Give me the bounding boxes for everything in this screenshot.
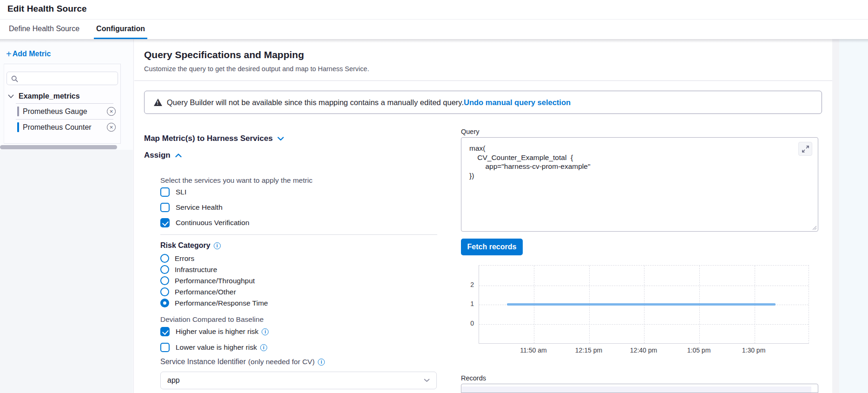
radio-label: Infrastructure [175,266,217,274]
divider [134,80,832,81]
checkbox-label: Continuous Verification [176,219,250,227]
query-text[interactable]: max( CV_Counter_Example_total { app="har… [469,144,590,180]
remove-metric-icon[interactable]: × [107,107,116,116]
y-axis-tick: 0 [465,320,474,327]
checkbox-label: SLI [176,188,186,196]
fullscreen-icon [802,146,809,153]
service-instance-suffix: (only needed for CV) [248,358,315,366]
checkbox-label: Service Health [176,203,223,212]
chevron-down-icon [424,379,430,382]
checkbox-row-sli[interactable]: SLI [160,187,186,197]
radio-performance-throughput[interactable] [160,276,169,285]
fetch-records-button[interactable]: Fetch records [461,239,523,255]
x-axis-tick: 1:05 pm [678,346,720,354]
resize-handle[interactable] [812,225,817,230]
undo-manual-query-link[interactable]: Undo manual query selection [464,98,571,107]
metric-selected-bar [17,107,19,116]
select-services-label: Select the services you want to apply th… [160,176,312,185]
radio-row-infrastructure[interactable]: Infrastructure [160,265,217,274]
remove-metric-icon[interactable]: × [107,123,116,132]
warning-text: Query Builder will not be available sinc… [167,98,464,107]
select-value: app [167,376,424,385]
y-axis-tick: 2 [465,281,474,288]
chevron-down-icon [8,94,14,99]
records-label: Records [461,374,486,382]
radio-errors[interactable] [160,254,169,263]
checkbox-sli[interactable] [160,187,170,197]
radio-label: Performance/Response Time [175,299,268,307]
metrics-sidebar: + Add Metric Example_metrics Promet [0,39,134,393]
x-axis-tick: 12:40 pm [623,346,664,354]
radio-row-performance-throughput[interactable]: Performance/Throughput [160,276,255,285]
metric-item-prometheus-counter[interactable]: Prometheus Counter × [17,120,116,135]
radio-performance-response-time[interactable] [160,299,169,307]
radio-label: Performance/Other [175,288,236,296]
search-input[interactable] [21,73,114,84]
metric-item-label: Prometheus Gauge [23,107,107,116]
service-instance-text: Service Instance Identifier [160,358,246,366]
radio-row-performance-response-time[interactable]: Performance/Response Time [160,299,268,307]
title-bar: Edit Health Source [0,0,868,20]
warning-icon: ! [154,99,162,106]
checkbox-label: Higher value is higher risk [176,327,258,336]
page-background [839,39,868,393]
y-axis-tick: 1 [465,300,474,307]
radio-label: Performance/Throughput [175,277,255,285]
page-root: Edit Health Source Define Health Source … [0,0,868,393]
radio-label: Errors [175,254,194,263]
radio-row-errors[interactable]: Errors [160,254,194,263]
radio-performance-other[interactable] [160,287,169,296]
risk-category-text: Risk Category [160,241,210,250]
checkbox-row-higher-value[interactable]: Higher value is higher risk i [160,327,269,336]
metric-search [7,72,118,85]
radio-infrastructure[interactable] [160,265,169,274]
page-title: Edit Health Source [7,4,87,14]
expand-query-button[interactable] [798,142,812,156]
checkbox-row-service-health[interactable]: Service Health [160,203,223,212]
info-icon[interactable]: i [318,359,325,366]
checkbox-higher-value[interactable] [160,327,170,336]
assign-label: Assign [144,151,171,160]
sidebar-lower-area [0,150,133,393]
divider [160,234,437,235]
checkbox-continuous-verification[interactable] [160,218,170,227]
x-axis-tick: 12:15 pm [568,346,610,354]
records-container [461,384,818,393]
records-chart [479,265,809,344]
deviation-label: Deviation Compared to Baseline [160,315,263,324]
horizontal-scrollbar[interactable] [0,145,117,149]
info-icon[interactable]: i [262,328,269,335]
query-editor[interactable]: max( CV_Counter_Example_total { app="har… [461,137,818,232]
checkbox-lower-value[interactable] [160,343,170,352]
checkbox-row-continuous-verification[interactable]: Continuous Verification [160,218,250,227]
service-instance-select[interactable]: app [160,372,437,389]
section-subheading: Customize the query to get the desired o… [144,65,369,73]
x-axis-tick: 1:30 pm [733,346,775,354]
info-icon[interactable]: i [260,344,267,351]
metric-item-label: Prometheus Counter [23,123,107,132]
add-metric-label: Add Metric [13,50,51,58]
radio-row-performance-other[interactable]: Performance/Other [160,287,236,296]
vertical-scrollbar-track [832,39,839,393]
checkbox-service-health[interactable] [160,203,170,212]
add-metric-button[interactable]: + Add Metric [6,50,51,58]
warning-banner: ! Query Builder will not be available si… [144,91,822,114]
tab-define-health-source[interactable]: Define Health Source [7,20,82,39]
tab-bar: Define Health Source Configuration [0,20,868,39]
chevron-up-icon [175,153,182,158]
metric-list-panel: Example_metrics Prometheus Gauge × Prome… [4,64,121,144]
assign-toggle[interactable]: Assign [144,151,182,160]
checkbox-row-lower-value[interactable]: Lower value is higher risk i [160,343,267,352]
metric-item-prometheus-gauge[interactable]: Prometheus Gauge × [17,104,116,119]
tab-configuration[interactable]: Configuration [94,20,147,39]
map-metrics-toggle[interactable]: Map Metric(s) to Harness Services [144,134,284,143]
risk-category-label: Risk Category i [160,241,221,250]
info-icon[interactable]: i [214,242,221,249]
search-icon [11,75,18,82]
service-instance-label: Service Instance Identifier (only needed… [160,358,325,366]
metric-group-label: Example_metrics [19,92,80,100]
x-axis-tick: 11:50 am [513,346,554,354]
chart-series-line [507,303,776,306]
metric-group-row[interactable]: Example_metrics [8,91,80,102]
map-metrics-label: Map Metric(s) to Harness Services [144,134,273,143]
